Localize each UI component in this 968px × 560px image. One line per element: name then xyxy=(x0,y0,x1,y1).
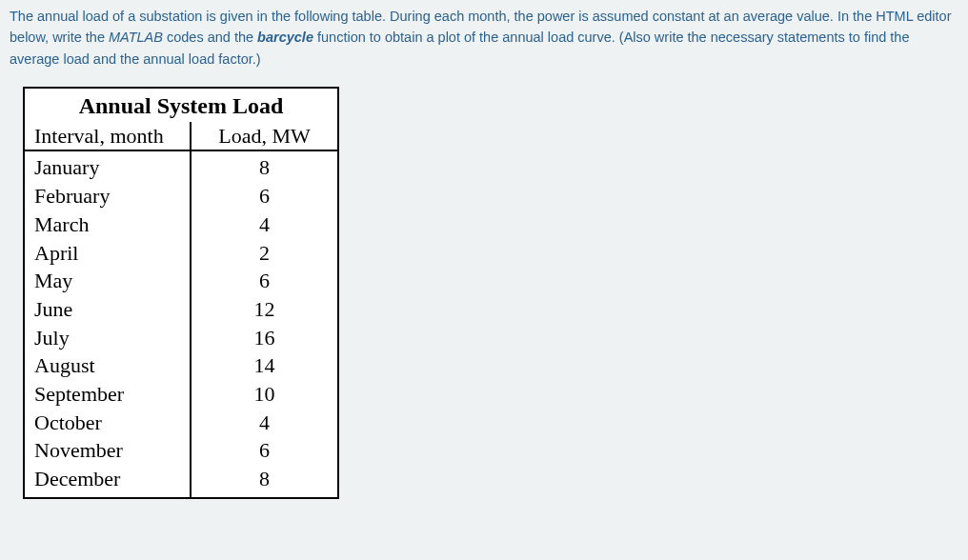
cell-load: 6 xyxy=(191,182,338,210)
cell-load: 2 xyxy=(191,239,338,268)
question-text: The annual load of a substation is given… xyxy=(10,6,958,70)
question-matlab: MATLAB xyxy=(109,30,163,45)
table-row: April 2 xyxy=(24,239,338,268)
table-row: January 8 xyxy=(24,150,338,182)
cell-load: 10 xyxy=(191,380,338,409)
cell-load: 4 xyxy=(191,210,338,239)
table-row: September 10 xyxy=(24,380,338,409)
cell-month: January xyxy=(24,150,191,182)
table-row: December 8 xyxy=(24,465,338,498)
cell-load: 6 xyxy=(191,267,338,295)
cell-load: 8 xyxy=(191,465,338,498)
table-row: June 12 xyxy=(24,295,338,324)
cell-load: 8 xyxy=(191,150,338,182)
cell-month: April xyxy=(24,239,191,268)
table-row: August 14 xyxy=(24,351,338,380)
table-title: Annual System Load xyxy=(24,88,338,121)
cell-month: February xyxy=(24,182,191,210)
table-header-month: Interval, month xyxy=(24,122,191,151)
cell-month: June xyxy=(24,295,191,324)
table-row: May 6 xyxy=(24,267,338,295)
cell-load: 6 xyxy=(191,436,338,465)
cell-month: November xyxy=(24,436,191,465)
cell-month: August xyxy=(24,351,191,380)
cell-month: March xyxy=(24,210,191,239)
table-row: October 4 xyxy=(24,409,338,437)
table-row: November 6 xyxy=(24,436,338,465)
cell-load: 12 xyxy=(191,295,338,324)
table-header-load: Load, MW xyxy=(191,122,338,151)
cell-month: December xyxy=(24,465,191,498)
cell-month: May xyxy=(24,267,191,295)
annual-load-table: Annual System Load Interval, month Load,… xyxy=(23,87,339,498)
cell-load: 16 xyxy=(191,324,338,352)
table-row: July 16 xyxy=(24,324,338,352)
table-row: February 6 xyxy=(24,182,338,210)
table-row: March 4 xyxy=(24,210,338,239)
question-barcycle: barcycle xyxy=(257,30,313,45)
question-part2: codes and the xyxy=(163,30,257,45)
cell-month: July xyxy=(24,324,191,352)
cell-load: 4 xyxy=(191,409,338,437)
cell-month: September xyxy=(24,380,191,409)
cell-month: October xyxy=(24,409,191,437)
cell-load: 14 xyxy=(191,351,338,380)
load-table-wrapper: Annual System Load Interval, month Load,… xyxy=(23,87,958,498)
